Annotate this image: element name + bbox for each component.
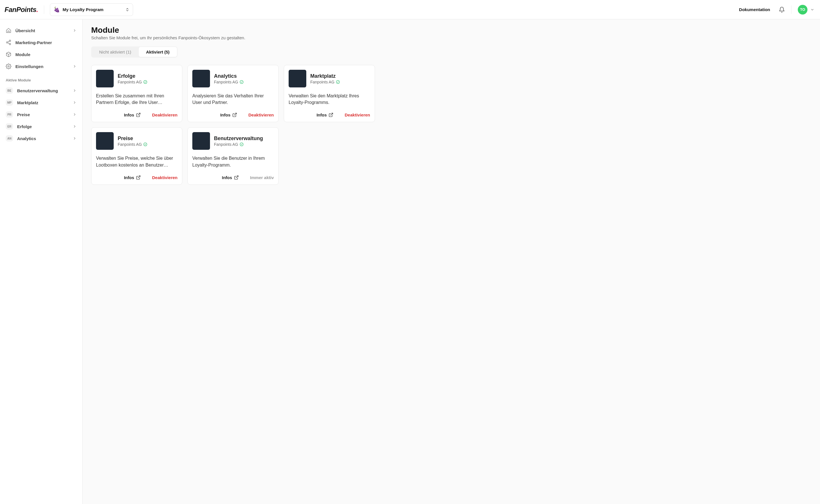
user-menu[interactable]: TO — [798, 5, 814, 15]
module-org: Fanpoints AG — [118, 142, 147, 147]
deactivate-button[interactable]: Deaktivieren — [152, 175, 177, 180]
info-button[interactable]: Infos — [124, 175, 141, 180]
verified-icon — [143, 142, 147, 146]
svg-line-9 — [138, 176, 140, 178]
module-description: Verwalten Sie die Benutzer in Ihrem Loya… — [192, 155, 274, 168]
svg-line-7 — [234, 113, 236, 116]
sidebar-heading-active-modules: Aktive Module — [6, 78, 79, 82]
module-org: Fanpoints AG — [214, 142, 263, 147]
topbar: FanPoints. 🍇 My Loyalty Program Dokument… — [0, 0, 820, 19]
gear-icon — [6, 63, 11, 69]
module-image — [96, 70, 114, 87]
module-org: Fanpoints AG — [310, 80, 340, 84]
module-org: Fanpoints AG — [214, 80, 244, 84]
package-icon — [6, 52, 11, 57]
sidebar-item-label: Benutzerverwaltung — [17, 88, 58, 93]
svg-line-10 — [236, 176, 238, 178]
chevron-right-icon — [73, 89, 77, 93]
sidebar-item-label: Marketing-Partner — [15, 40, 52, 45]
deactivate-button[interactable]: Deaktivieren — [248, 112, 274, 117]
module-description: Erstellen Sie zusammen mit Ihren Partner… — [96, 93, 177, 106]
deactivate-button[interactable]: Deaktivieren — [345, 112, 370, 117]
sidebar-item-label: Einstellungen — [15, 64, 43, 69]
module-image — [192, 132, 210, 150]
sidebar-item-label: Preise — [17, 112, 30, 117]
program-selector[interactable]: 🍇 My Loyalty Program — [50, 3, 133, 16]
sidebar-item-label: Module — [15, 52, 30, 57]
sidebar-module-erfolge[interactable]: ER Erfolge — [3, 120, 79, 132]
page-subtitle: Schalten Sie Module frei, um Ihr persönl… — [91, 35, 811, 40]
module-grid: Erfolge Fanpoints AG Erstellen Sie zusam… — [91, 65, 811, 185]
tab[interactable]: Nicht aktiviert (1) — [92, 47, 139, 57]
sidebar-item-module[interactable]: Module — [3, 48, 79, 60]
sidebar-module-analytics[interactable]: AN Analytics — [3, 132, 79, 144]
sidebar-module-marktplatz[interactable]: MP Marktplatz — [3, 97, 79, 108]
module-card: Erfolge Fanpoints AG Erstellen Sie zusam… — [91, 65, 182, 122]
page-title: Module — [91, 26, 811, 35]
chevron-updown-icon — [125, 7, 129, 12]
sidebar: Übersicht Marketing-Partner Module Einst… — [0, 19, 83, 504]
program-label: My Loyalty Program — [63, 7, 125, 12]
verified-icon — [240, 142, 244, 146]
module-description: Verwalten Sie den Marktplatz Ihres Loyal… — [289, 93, 370, 106]
module-title: Analytics — [214, 73, 244, 79]
module-card: Preise Fanpoints AG Verwalten Sie Preise… — [91, 127, 182, 185]
external-link-icon — [234, 175, 239, 180]
chevron-right-icon — [73, 101, 77, 105]
sidebar-item-uebersicht[interactable]: Übersicht — [3, 24, 79, 36]
share-icon — [6, 40, 11, 45]
sidebar-item-einstellungen[interactable]: Einstellungen — [3, 60, 79, 72]
module-title: Erfolge — [118, 73, 147, 79]
sidebar-module-preise[interactable]: PR Preise — [3, 108, 79, 120]
external-link-icon — [136, 175, 141, 180]
module-description: Verwalten Sie Preise, welche Sie über Lo… — [96, 155, 177, 168]
module-org: Fanpoints AG — [118, 80, 147, 84]
sidebar-item-marketing-partner[interactable]: Marketing-Partner — [3, 36, 79, 48]
module-image — [96, 132, 114, 150]
verified-icon — [336, 80, 340, 84]
verified-icon — [240, 80, 244, 84]
program-icon: 🍇 — [54, 7, 60, 13]
chevron-down-icon — [810, 8, 814, 12]
always-active-label: Immer aktiv — [250, 175, 274, 180]
module-badge: PR — [6, 111, 13, 118]
chevron-right-icon — [73, 136, 77, 140]
svg-line-6 — [138, 113, 140, 116]
external-link-icon — [328, 112, 333, 117]
chevron-right-icon — [73, 64, 77, 68]
svg-line-4 — [8, 43, 9, 44]
bell-icon[interactable] — [779, 7, 785, 13]
sidebar-item-label: Übersicht — [15, 28, 35, 33]
logo[interactable]: FanPoints. — [5, 6, 38, 14]
module-card: Benutzerverwaltung Fanpoints AG Verwalte… — [187, 127, 279, 185]
info-button[interactable]: Infos — [124, 112, 141, 117]
home-icon — [6, 28, 11, 33]
external-link-icon — [136, 112, 141, 117]
verified-icon — [143, 80, 147, 84]
module-title: Marktplatz — [310, 73, 340, 79]
module-title: Preise — [118, 136, 147, 142]
deactivate-button[interactable]: Deaktivieren — [152, 112, 177, 117]
info-button[interactable]: Infos — [220, 112, 237, 117]
documentation-link[interactable]: Dokumentation — [739, 7, 770, 12]
tab[interactable]: Aktiviert (5) — [139, 47, 177, 57]
svg-line-8 — [330, 113, 333, 116]
module-title: Benutzerverwaltung — [214, 136, 263, 142]
module-card: Analytics Fanpoints AG Analysieren Sie d… — [187, 65, 279, 122]
chevron-right-icon — [73, 124, 77, 128]
module-description: Analysieren Sie das Verhalten Ihrer User… — [192, 93, 274, 106]
sidebar-item-label: Erfolge — [17, 124, 32, 129]
module-badge: ER — [6, 123, 13, 130]
info-button[interactable]: Infos — [222, 175, 239, 180]
module-badge: MP — [6, 99, 13, 106]
module-image — [289, 70, 306, 87]
svg-point-5 — [8, 66, 9, 67]
svg-line-3 — [8, 41, 9, 42]
module-card: Marktplatz Fanpoints AG Verwalten Sie de… — [284, 65, 375, 122]
sidebar-module-benutzerverwaltung[interactable]: BE Benutzerverwaltung — [3, 85, 79, 97]
chevron-right-icon — [73, 112, 77, 116]
info-button[interactable]: Infos — [316, 112, 333, 117]
external-link-icon — [232, 112, 237, 117]
tabs: Nicht aktiviert (1)Aktiviert (5) — [91, 46, 177, 58]
module-image — [192, 70, 210, 87]
